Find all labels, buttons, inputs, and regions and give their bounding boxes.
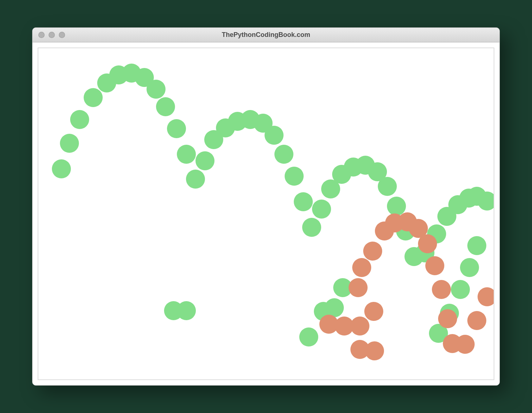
turtle-canvas	[38, 48, 494, 380]
green-ball	[467, 236, 486, 255]
minimize-icon[interactable]	[49, 32, 55, 38]
orange-ball	[349, 278, 368, 297]
close-icon[interactable]	[38, 32, 45, 38]
orange-ball	[425, 256, 444, 275]
orange-ball	[363, 242, 382, 261]
green-ball	[460, 258, 479, 277]
title-bar[interactable]: ThePythonCodingBook.com	[33, 28, 499, 42]
app-window: ThePythonCodingBook.com	[32, 27, 500, 386]
orange-ball	[364, 302, 383, 321]
orange-ball	[456, 335, 475, 354]
orange-ball	[350, 317, 369, 336]
green-ball	[60, 134, 79, 153]
green-ball	[294, 192, 313, 211]
green-ball	[302, 218, 321, 237]
orange-ball	[418, 234, 437, 253]
green-ball	[52, 159, 71, 178]
orange-ball	[478, 287, 494, 306]
green-ball	[387, 197, 406, 216]
orange-ball	[438, 309, 457, 328]
green-ball	[177, 145, 196, 164]
green-ball	[177, 301, 196, 320]
green-ball	[195, 151, 214, 170]
green-ball	[186, 170, 205, 189]
orange-ball	[352, 258, 371, 277]
green-ball	[299, 327, 318, 346]
green-ball	[167, 119, 186, 138]
green-ball	[265, 126, 284, 145]
green-ball	[147, 80, 166, 99]
traffic-lights	[33, 32, 65, 38]
orange-ball	[432, 280, 451, 299]
green-ball	[285, 167, 304, 186]
orange-ball	[467, 311, 486, 330]
green-ball	[451, 280, 470, 299]
green-ball	[274, 145, 293, 164]
green-ball	[70, 110, 89, 129]
window-title: ThePythonCodingBook.com	[33, 31, 499, 39]
green-ball	[84, 88, 103, 107]
green-ball	[378, 177, 397, 196]
green-ball	[156, 97, 175, 116]
orange-ball	[365, 341, 384, 360]
zoom-icon[interactable]	[59, 32, 65, 38]
green-ball	[478, 192, 494, 211]
green-ball	[312, 200, 331, 219]
